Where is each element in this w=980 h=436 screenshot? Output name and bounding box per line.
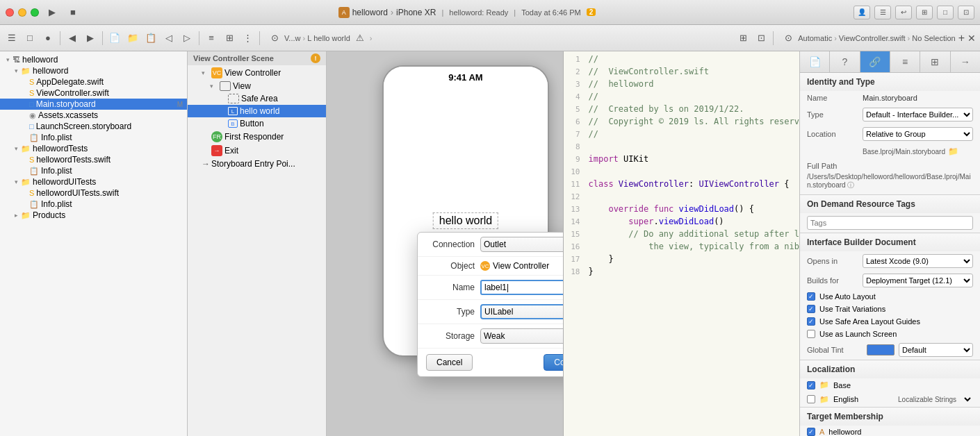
tree-item-uitests-swift[interactable]: S hellowordUITests.swift [0, 187, 187, 199]
cb-base[interactable] [807, 381, 815, 389]
scene-row-vc[interactable]: ▾ VC View Controller [188, 65, 326, 80]
english-strings-select[interactable] [962, 394, 973, 405]
tree-item-infoplist1[interactable]: 📋 Info.plist [0, 132, 187, 143]
cancel-button[interactable]: Cancel [426, 354, 473, 371]
grid-nav-back[interactable]: ⊞ [735, 31, 751, 46]
folder-goto-icon[interactable]: 📁 [948, 146, 958, 156]
scene-row-view[interactable]: ▾ View [188, 80, 326, 92]
nav-layout-btn[interactable]: ⊞ [916, 6, 933, 19]
editor-layout-btn[interactable]: □ [937, 6, 954, 19]
file-btn[interactable]: 📄 [107, 31, 122, 46]
view-toggle-3[interactable]: ⋮ [240, 31, 255, 46]
bc-no-selection[interactable]: No Selection [912, 34, 955, 42]
library-btn[interactable]: ☰ [874, 6, 891, 19]
cb-safearea[interactable] [807, 317, 815, 326]
toolbar-divider-4 [259, 31, 260, 45]
storage-select[interactable]: Weak ▾ [480, 328, 564, 344]
name-input[interactable] [480, 280, 564, 295]
view-toggle-2[interactable]: ⊞ [222, 31, 237, 46]
breadcrumb-hello[interactable]: hello world [313, 34, 350, 42]
tree-item-launchscreen[interactable]: □ LaunchScreen.storyboard [0, 121, 187, 132]
insp-tab-attr[interactable]: ≡ [890, 51, 920, 72]
tree-item-viewcontroller[interactable]: S ViewController.swift [0, 87, 187, 99]
insp-tab-file[interactable]: 📄 [800, 51, 830, 72]
breadcrumb-label-l[interactable]: L [307, 34, 311, 42]
cb-target-helloword[interactable] [807, 428, 815, 436]
view-toggle-1[interactable]: ≡ [204, 31, 219, 46]
cb-trait[interactable] [807, 305, 815, 313]
insp-tab-identity[interactable]: 🔗 [860, 51, 890, 72]
grid-nav-fwd[interactable]: ⊡ [753, 31, 769, 46]
inspector-row-fullpath-label: Full Path [800, 159, 980, 173]
warning-badge[interactable]: 2 [587, 8, 596, 16]
folder-btn[interactable]: 📁 [125, 31, 140, 46]
right-nav-btn[interactable]: ▷ [179, 31, 195, 46]
insp-tab-quick[interactable]: ? [830, 51, 860, 72]
nav-up-btn[interactable]: □ [22, 31, 38, 46]
inspector-layout-btn[interactable]: ⊡ [958, 6, 974, 19]
back-arrow-btn[interactable]: ◀ [65, 31, 80, 46]
file-tree: 🏗 helloword 📁 helloword S AppDelegate.sw… [0, 51, 187, 224]
type-select-insp[interactable]: Default - Interface Builder... [863, 108, 973, 121]
location-select[interactable]: Relative to Group [863, 127, 973, 141]
insp-tab-connections[interactable]: → [951, 51, 980, 72]
add-editor-btn[interactable]: + [958, 32, 965, 44]
share-btn[interactable]: ↩ [895, 6, 912, 19]
close-tab-btn[interactable]: ✕ [967, 33, 976, 44]
source-btn[interactable]: 📋 [143, 31, 158, 46]
build-run-btn[interactable]: ▶ [44, 5, 60, 20]
minimize-window-btn[interactable] [18, 8, 26, 17]
tree-item-appdelegate[interactable]: S AppDelegate.swift [0, 76, 187, 87]
scene-row-exit[interactable]: ▾ → Exit [188, 144, 326, 158]
tree-item-project[interactable]: 🏗 helloword [0, 54, 187, 65]
storyboard-icon: □ [29, 100, 34, 108]
tree-item-assets[interactable]: ◉ Assets.xcassets [0, 110, 187, 121]
stop-btn[interactable]: ■ [65, 5, 81, 20]
close-window-btn[interactable] [6, 8, 14, 17]
tree-item-tests-folder[interactable]: 📁 hellowordTests [0, 143, 187, 154]
tree-item-tests-swift[interactable]: S hellowordTests.swift [0, 154, 187, 165]
nav-forward-btn[interactable]: ● [40, 31, 56, 46]
tint-select[interactable]: Default [899, 343, 973, 357]
cb-english[interactable] [807, 395, 815, 403]
iphone-hello-world[interactable]: hello world [433, 212, 498, 229]
fullscreen-window-btn[interactable] [31, 8, 39, 17]
expand-arrow [11, 145, 21, 152]
tree-item-mainstoryboard[interactable]: □ Main.storyboard M [0, 99, 187, 110]
warning-btn[interactable]: ⚠ [352, 31, 368, 46]
scene-row-firstresponder[interactable]: ▾ FR First Responder [188, 130, 326, 144]
insp-tab-size[interactable]: ⊞ [920, 51, 950, 72]
file-navigator[interactable]: 🏗 helloword 📁 helloword S AppDelegate.sw… [0, 51, 188, 436]
code-line-3: 3 // helloword [564, 79, 800, 92]
bc-automatic[interactable]: Automatic [798, 34, 832, 42]
connect-button[interactable]: Connect [544, 354, 563, 371]
code-line-4: 4 // [564, 92, 800, 104]
nav-back-btn[interactable]: ☰ [4, 31, 19, 46]
scene-row-storyboard-entry[interactable]: → Storyboard Entry Poi... [188, 158, 326, 170]
cb-launch[interactable] [807, 330, 815, 338]
account-btn[interactable]: 👤 [854, 6, 870, 19]
scene-row-button[interactable]: ▾ B Button [188, 117, 326, 130]
tree-item-uitests-plist[interactable]: 📋 Info.plist [0, 199, 187, 210]
left-nav-btn[interactable]: ◁ [161, 31, 177, 46]
cb-autolayout[interactable] [807, 292, 815, 301]
tree-item-helloword-folder[interactable]: 📁 helloword [0, 65, 187, 76]
tree-item-uitests-folder[interactable]: 📁 hellowordUITests [0, 176, 187, 187]
tree-item-tests-plist[interactable]: 📋 Info.plist [0, 165, 187, 176]
scene-row-helloworld[interactable]: ▾ L hello world [188, 105, 326, 117]
tint-color-swatch[interactable] [867, 344, 895, 355]
code-editor[interactable]: 1 // 2 // ViewController.swift 3 // hell… [564, 51, 800, 436]
tags-input[interactable] [807, 216, 973, 230]
scene-row-safearea[interactable]: ▾ Safe Area [188, 92, 326, 105]
cb-launch-label: Use as Launch Screen [819, 330, 897, 338]
auto-icon-2[interactable]: ⊙ [781, 31, 796, 46]
forward-arrow-btn[interactable]: ▶ [83, 31, 98, 46]
tree-item-products-folder[interactable]: 📁 Products [0, 210, 187, 221]
builds-for-select[interactable]: Deployment Target (12.1) [863, 274, 973, 287]
breadcrumb-view[interactable]: V...w [284, 34, 300, 42]
auto-icon[interactable]: ⊙ [267, 31, 282, 46]
connection-select[interactable]: Outlet ▾ [480, 237, 564, 252]
bc-viewcontroller[interactable]: ViewController.swift [839, 34, 906, 42]
opens-in-select[interactable]: Latest Xcode (9.0) [863, 254, 973, 268]
type-select[interactable]: UILabel ▾ [480, 304, 564, 319]
